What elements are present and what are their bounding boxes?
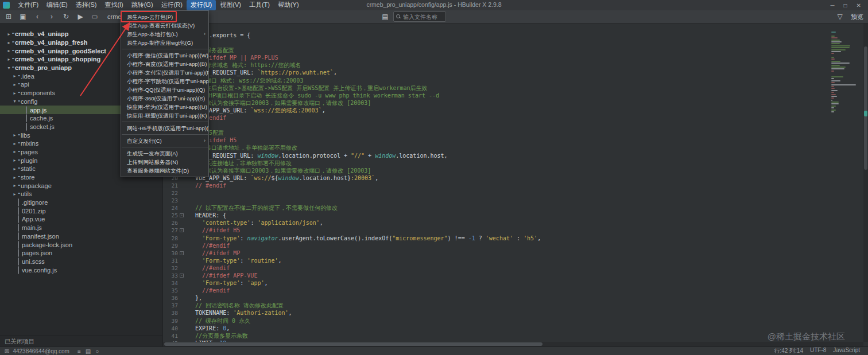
menubar-item[interactable]: 视图(V) — [216, 0, 245, 10]
code-line[interactable]: 40 EXPIRE: 0, — [163, 325, 868, 332]
tree-item-folder[interactable]: ▸unpackage — [0, 181, 162, 190]
menubar-item[interactable]: 工具(T) — [245, 0, 274, 10]
code-line[interactable]: 33- //#ifdef APP-VUE — [163, 272, 868, 279]
tree-item-file[interactable]: main.js — [0, 224, 162, 232]
publish-menu-item[interactable]: 原生App-制作应用wgt包(G) — [121, 38, 208, 47]
publish-menu-item[interactable]: 原生App-查看云打包状态(V) — [121, 21, 208, 30]
code-line[interactable]: 32 //#endif — [163, 264, 868, 272]
menubar-item[interactable]: 帮助(Y) — [274, 0, 303, 10]
code-line[interactable]: 29 //#endif — [163, 242, 868, 249]
code-line[interactable]: 2 — [163, 39, 868, 46]
new-file-icon[interactable]: ⊞ — [5, 13, 13, 21]
menubar-item[interactable]: 文件(F) — [14, 0, 42, 10]
minimize-button[interactable]: ─ — [826, 2, 839, 9]
tree-item-file[interactable]: manifest.json — [0, 232, 162, 241]
code-line[interactable]: 15- // #ifdef H5 — [163, 136, 868, 144]
tree-item-file[interactable]: uni.scss — [0, 258, 162, 266]
file-search-box[interactable] — [393, 11, 446, 22]
code-line[interactable]: 27- //#ifdef H5 — [163, 227, 868, 234]
vertical-scrollbar[interactable] — [863, 24, 868, 342]
publish-menu-item[interactable]: 查看服务器端网站文件(D) — [121, 166, 208, 175]
menubar-item[interactable]: 查找(I) — [100, 0, 127, 10]
publish-menu-item[interactable]: 小程序-字节跳动(仅适用于uni-app)(T) — [121, 77, 208, 85]
code-line[interactable]: 28 'Form-type': navigator.userAgent.toLo… — [163, 235, 868, 242]
menubar-item[interactable]: 运行(R) — [157, 0, 187, 10]
code-line[interactable]: 4- // #ifdef MP || APP-PLUS — [163, 54, 868, 61]
publish-menu-item[interactable]: 快应用-华为(仅适用于uni-app)(U) — [121, 103, 208, 111]
device-icon[interactable]: ▭ — [91, 13, 99, 21]
code-line[interactable]: 1-module.exports = { — [163, 32, 868, 39]
code-line[interactable]: 37 // 回话密钥名称 请勿修改此配置 — [163, 302, 868, 309]
publish-menu-item[interactable]: 原生App-云打包(P) — [121, 13, 208, 21]
panel-icon[interactable]: ▤ — [86, 348, 91, 354]
tree-item-file[interactable]: pages.json — [0, 249, 162, 258]
minimap[interactable] — [831, 32, 862, 113]
code-line[interactable]: 16 // 接口请求地址，非单独部署不用修改 — [163, 144, 868, 151]
publish-menu-item[interactable]: 小程序-微信(仅适用于uni-app)(W) — [121, 51, 208, 60]
code-line[interactable]: 41 //分页最多显示条数 — [163, 332, 868, 340]
code-line[interactable]: 10 // 默认为套接字端口20003，如果需要修改端口，请修改 [20003] — [163, 99, 868, 107]
code-line[interactable]: 31 'Form-type': 'routine', — [163, 257, 868, 264]
publish-menu-item[interactable]: 自定义发行(C)› — [121, 136, 208, 145]
publish-menu-item[interactable]: 小程序-360(仅适用于uni-app)(S) — [121, 94, 208, 103]
notification-icon[interactable]: ○ — [95, 348, 99, 354]
horizontal-scrollbar[interactable] — [163, 342, 863, 346]
opened-files-icon[interactable]: ▤ — [381, 13, 389, 21]
console-icon[interactable]: ≡ — [78, 348, 81, 354]
filter-icon[interactable]: ▽ — [836, 13, 844, 21]
menubar-item[interactable]: 跳转(G) — [127, 0, 157, 10]
publish-menu-item[interactable]: 小程序-百度(仅适用于uni-app)(B) — [121, 60, 208, 68]
tree-item-folder[interactable]: ▸utils — [0, 190, 162, 198]
preview-button[interactable]: 预览 — [851, 13, 863, 21]
code-line[interactable]: 11 VUE_APP_WS_URL: `wss://您的域名:20003`, — [163, 107, 868, 114]
code-line[interactable]: 9 // PHP项目根目录下启动 长连接命令 sudo -u www php t… — [163, 92, 868, 99]
code-editor[interactable]: 1-module.exports = {23 // 服务器配置4- // #if… — [163, 24, 868, 346]
publish-menu-item[interactable]: 原生App-本地打包(L)› — [121, 30, 208, 38]
fold-marker-icon[interactable]: - — [180, 228, 184, 232]
code-line[interactable]: 6 HTTP_REQUEST_URL: `https://pro.wuht.ne… — [163, 69, 868, 76]
save-icon[interactable]: ▣ — [19, 13, 27, 21]
fold-marker-icon[interactable]: - — [180, 251, 184, 255]
vertical-scrollbar-thumb[interactable] — [864, 46, 867, 170]
publish-menu-item[interactable]: 上传到网站服务器(N) — [121, 158, 208, 166]
tree-item-file[interactable]: App.vue — [0, 215, 162, 224]
code-line[interactable]: 35 //#endif — [163, 287, 868, 294]
code-line[interactable]: 30- //#ifdef MP — [163, 249, 868, 257]
fold-marker-icon[interactable]: - — [180, 213, 184, 217]
code-line[interactable]: 21 // #endif — [163, 182, 868, 189]
code-line[interactable]: 7 // 端口 格式: wss://您的域名:20003 — [163, 77, 868, 84]
code-line[interactable]: 13 — [163, 122, 868, 129]
file-search-input[interactable] — [403, 14, 440, 20]
code-line[interactable]: 14 // H5配置 — [163, 129, 868, 136]
status-item[interactable]: UTF-8 — [810, 347, 826, 355]
code-line[interactable]: 22 — [163, 189, 868, 197]
account-email[interactable]: 4423846644@qq.com — [13, 348, 69, 354]
menubar-item[interactable]: 选择(S) — [72, 0, 101, 10]
run-icon[interactable]: ▶ — [76, 13, 84, 21]
status-item[interactable]: JavaScript — [833, 347, 860, 355]
close-button[interactable]: ✕ — [852, 2, 866, 9]
code-line[interactable]: 20 VUE_APP_WS_URL: `ws://${window.locati… — [163, 174, 868, 182]
tree-item-file[interactable]: package-lock.json — [0, 240, 162, 249]
tree-item-file[interactable]: 0201.zip — [0, 206, 162, 215]
publish-menu-item[interactable]: 快应用-联盟(仅适用于uni-app)(K) — [121, 111, 208, 120]
back-icon[interactable]: ‹ — [33, 13, 41, 21]
code-line[interactable]: 39 // 缓存时间 0 永久 — [163, 317, 868, 325]
menubar-item[interactable]: 发行(U) — [187, 0, 216, 10]
code-line[interactable]: 34 'Form-type': 'app', — [163, 279, 868, 287]
code-line[interactable]: 38 TOKENNAME: 'Authori-zation', — [163, 309, 868, 317]
menubar-item[interactable]: 编辑(E) — [42, 0, 72, 10]
horizontal-scrollbar-thumb[interactable] — [164, 342, 542, 346]
code-line[interactable]: 12 // #endif — [163, 114, 868, 122]
publish-menu-item[interactable]: 小程序-QQ(仅适用于uni-app)(Q) — [121, 85, 208, 94]
forward-icon[interactable]: › — [48, 13, 56, 21]
tree-item-file[interactable]: vue.config.js — [0, 266, 162, 274]
publish-menu-item[interactable]: 小程序-支付宝(仅适用于uni-app)(F) — [121, 68, 208, 77]
code-line[interactable]: 36 }, — [163, 294, 868, 302]
code-line[interactable]: 24 // 以下配置在不懂二开的前提下，不需要做任何的修改 — [163, 204, 868, 212]
refresh-icon[interactable]: ↻ — [62, 13, 70, 21]
status-item[interactable]: 行:42 列:14 — [774, 347, 803, 355]
code-line[interactable]: 18 // 长连接地址，非单独部署不用修改 — [163, 159, 868, 167]
code-line[interactable]: 3 // 服务器配置 — [163, 46, 868, 54]
publish-menu-item[interactable]: 网站-H5手机版(仅适用于uni-app)(H) — [121, 124, 208, 132]
